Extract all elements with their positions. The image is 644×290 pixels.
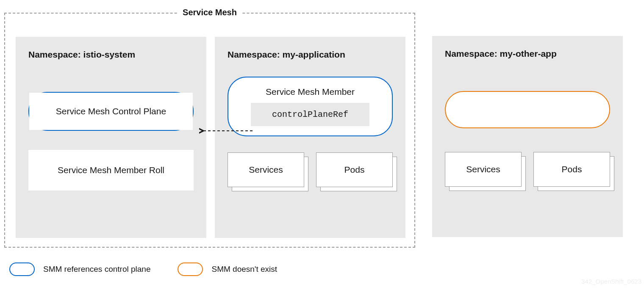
control-plane-label: Service Mesh Control Plane [29,93,193,130]
pods-stack: Pods [533,152,610,187]
namespace-my-application: Namespace: my-application Service Mesh M… [215,37,405,238]
pods-stack: Pods [316,152,393,187]
service-mesh-title: Service Mesh [178,8,241,17]
smm-capsule: Service Mesh Member controlPlaneRef [228,77,393,136]
control-plane-capsule: Service Mesh Control Plane [28,92,194,131]
smm-empty-capsule [445,91,610,128]
watermark: 342_OpenShift_0623 [581,278,641,285]
pods-label: Pods [316,152,393,187]
legend-swatch-orange [178,262,203,276]
service-mesh-boundary: Service Mesh Namespace: istio-system Ser… [4,13,415,248]
pods-label: Pods [533,152,610,187]
namespace-title: Namespace: istio-system [28,50,194,60]
namespace-my-other-app: Namespace: my-other-app Services Pods [432,36,623,237]
services-stack: Services [445,152,522,187]
member-roll-box: Service Mesh Member Roll [28,150,194,191]
namespace-istio-system: Namespace: istio-system Service Mesh Con… [16,37,206,238]
services-label: Services [228,152,304,187]
namespace-title: Namespace: my-other-app [445,49,610,59]
legend: SMM references control plane SMM doesn't… [9,262,277,276]
control-plane-ref: controlPlaneRef [251,103,369,126]
namespace-title: Namespace: my-application [228,50,393,60]
smm-label: Service Mesh Member [266,87,355,97]
legend-swatch-blue [9,262,35,276]
services-label: Services [445,152,522,187]
legend-label-blue: SMM references control plane [43,265,150,274]
services-stack: Services [228,152,304,187]
legend-label-orange: SMM doesn't exist [211,265,277,274]
